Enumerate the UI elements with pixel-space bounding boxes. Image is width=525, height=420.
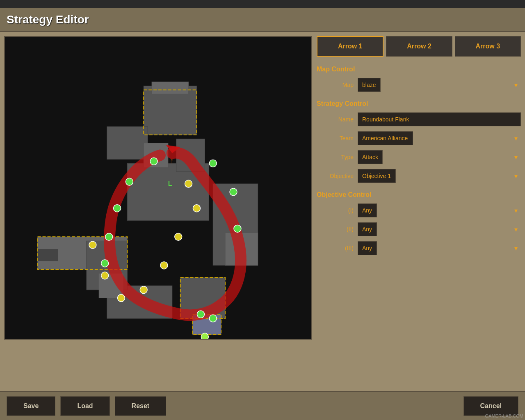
cancel-button[interactable]: Cancel [463,396,518,416]
objective-control-row: Objective Objective 1 [317,169,521,183]
page-title: Strategy Editor [7,13,518,26]
team-select[interactable]: American Alliance [358,131,413,145]
reset-button[interactable]: Reset [115,396,167,416]
obj-ii-label: (II) [317,226,354,233]
type-select-wrapper: Attack [358,150,521,164]
svg-point-39 [201,333,208,339]
type-label: Type [317,154,354,160]
objective-select[interactable]: Objective 1 [358,169,396,183]
obj-ii-select[interactable]: Any [358,222,377,236]
svg-point-37 [101,272,109,279]
name-control-row: Name [317,112,521,126]
strategy-control-label: Strategy Control [317,100,521,107]
objective-label: Objective [317,173,354,179]
title-bar: Strategy Editor [0,8,525,32]
save-button[interactable]: Save [7,396,55,416]
obj-i-select-wrapper: Any [358,203,521,217]
svg-point-23 [114,205,121,212]
obj-i-label: (I) [317,207,354,214]
svg-point-29 [209,315,217,322]
obj-iii-select-wrapper: Any [358,241,521,255]
arrow-1-button[interactable]: Arrow 1 [317,36,383,57]
svg-point-28 [234,225,241,233]
svg-point-35 [140,286,147,294]
objective-control-label: Objective Control [317,191,521,199]
obj-i-row: (I) Any [317,203,521,217]
team-label: Team [317,135,354,142]
svg-point-32 [193,205,201,212]
svg-point-27 [230,188,237,196]
type-select[interactable]: Attack [358,150,383,164]
svg-point-33 [175,233,182,240]
svg-point-34 [160,262,168,269]
load-button[interactable]: Load [60,396,110,416]
obj-iii-select[interactable]: Any [358,241,377,255]
map-control-row: Map blaze [317,78,521,92]
svg-point-24 [105,233,113,240]
svg-point-31 [185,180,192,187]
right-panel: Arrow 1 Arrow 2 Arrow 3 Map Control Map … [317,36,521,387]
obj-iii-row: (III) Any [317,241,521,255]
team-control-row: Team American Alliance [317,131,521,145]
svg-rect-2 [152,82,189,94]
type-control-row: Type Attack [317,150,521,164]
svg-rect-10 [38,249,58,261]
obj-iii-label: (III) [317,245,354,251]
objective-select-wrapper: Objective 1 [358,169,521,183]
svg-point-36 [118,294,125,302]
svg-point-30 [197,310,204,318]
map-label: Map [317,82,354,88]
footer-bar: Save Load Reset Cancel GAMER-LAB.COM [0,391,525,420]
svg-text:L: L [168,180,172,187]
arrow-buttons: Arrow 1 Arrow 2 Arrow 3 [317,36,521,57]
content-area: ↑ L Arrow 1 Arrow 2 Arrow 3 Map Control … [0,32,525,391]
obj-i-select[interactable]: Any [358,203,377,217]
top-bar [0,0,525,8]
name-input[interactable] [358,112,521,126]
svg-point-21 [150,158,158,165]
map-canvas[interactable]: ↑ L [4,36,312,340]
map-control-label: Map Control [317,66,521,73]
svg-point-38 [89,241,96,249]
svg-point-26 [209,160,217,167]
svg-text:↑: ↑ [170,157,174,165]
team-select-wrapper: American Alliance [358,131,521,145]
obj-ii-select-wrapper: Any [358,222,521,236]
arrow-2-button[interactable]: Arrow 2 [386,36,452,57]
map-select[interactable]: blaze [358,78,381,92]
name-label: Name [317,116,354,123]
map-select-wrapper: blaze [358,78,521,92]
watermark: GAMER-LAB.COM [485,413,523,418]
main-container: Strategy Editor [0,8,525,420]
map-section: ↑ L [4,36,312,387]
svg-rect-3 [107,127,148,160]
svg-point-25 [101,260,109,267]
arrow-3-button[interactable]: Arrow 3 [455,36,521,57]
svg-point-22 [126,178,133,185]
obj-ii-row: (II) Any [317,222,521,236]
